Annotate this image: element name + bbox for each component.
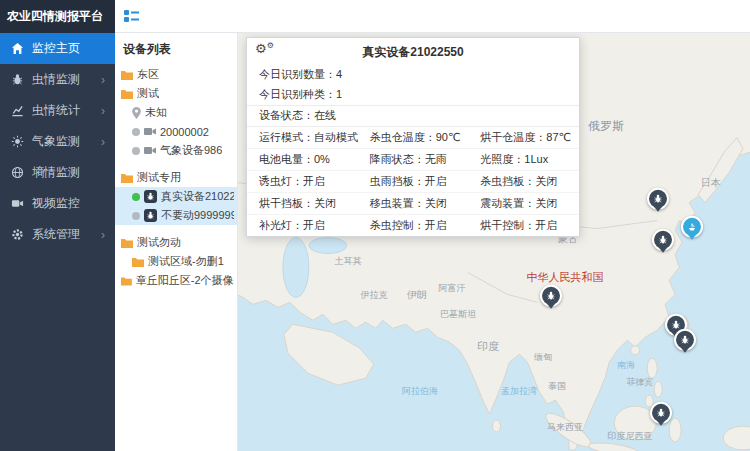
popup-detail-grid: 运行模式：自动模式 杀虫仓温度：90℃ 烘干仓温度：87℃ 电池电量：0% 降雨… bbox=[247, 127, 579, 236]
popup-detail-cell: 烘干挡板：关闭 bbox=[247, 193, 358, 215]
tree-item[interactable]: 测试勿动 bbox=[115, 233, 237, 252]
tree-item[interactable]: 气象设备986 bbox=[115, 141, 237, 160]
weather-icon bbox=[10, 135, 24, 149]
popup-summary-row: 今日识别数量：4 bbox=[247, 65, 579, 85]
device-marker[interactable] bbox=[652, 229, 674, 251]
popup-title-text: 真实设备21022550 bbox=[362, 45, 463, 59]
tree-item-selected-device[interactable]: 不要动99999999 bbox=[115, 206, 237, 225]
popup-detail-cell: 杀虫仓温度：90℃ bbox=[358, 127, 469, 149]
gear-icon[interactable]: ⚙⚙ bbox=[255, 42, 274, 55]
tree-item[interactable]: 20000002 bbox=[115, 122, 237, 141]
folder-icon bbox=[121, 276, 132, 286]
sidebar-item-home[interactable]: 监控主页 bbox=[0, 33, 115, 64]
popup-detail-cell: 杀虫挡板：关闭 bbox=[468, 171, 579, 193]
app-window: 农业四情测报平台 监控主页 虫情监测 › 虫情统计 › bbox=[0, 0, 750, 451]
sidebar-item-label: 监控主页 bbox=[32, 40, 80, 57]
popup-detail-cell: 光照度：1Lux bbox=[468, 149, 579, 171]
pin-icon bbox=[132, 107, 141, 119]
tree-item[interactable]: 测试专用 bbox=[115, 168, 237, 187]
tree-item-label: 气象设备986 bbox=[160, 143, 222, 158]
status-offline-icon bbox=[132, 128, 140, 136]
status-offline-icon bbox=[132, 212, 140, 220]
popup-detail-cell: 烘干控制：开启 bbox=[468, 215, 579, 236]
globe-icon bbox=[10, 166, 24, 180]
device-list-panel: 设备列表 东区 测试 未知 20000002 bbox=[115, 33, 238, 451]
bug-device-icon bbox=[144, 190, 157, 203]
app-title: 农业四情测报平台 bbox=[0, 0, 115, 33]
map[interactable]: ⚙⚙ 真实设备21022550 今日识别数量：4 今日识别种类：1 设备状态：在… bbox=[238, 33, 750, 451]
chevron-right-icon: › bbox=[101, 74, 105, 86]
folder-icon bbox=[121, 238, 133, 248]
tree-item-label: 未知 bbox=[145, 105, 167, 120]
tree-item-label: 测试区域-勿删1 bbox=[148, 254, 224, 269]
popup-summary-row: 设备状态：在线 bbox=[247, 106, 579, 127]
folder-icon bbox=[121, 70, 133, 80]
sidebar: 农业四情测报平台 监控主页 虫情监测 › 虫情统计 › bbox=[0, 0, 115, 451]
device-marker[interactable] bbox=[650, 402, 672, 424]
popup-detail-cell: 运行模式：自动模式 bbox=[247, 127, 358, 149]
sidebar-item-soil-monitor[interactable]: 墒情监测 bbox=[0, 157, 115, 188]
popup-detail-cell: 诱虫灯：开启 bbox=[247, 171, 358, 193]
device-icon bbox=[144, 146, 156, 155]
sidebar-item-weather-monitor[interactable]: 气象监测 › bbox=[0, 126, 115, 157]
sidebar-collapse-icon[interactable] bbox=[124, 9, 139, 23]
popup-detail-cell: 震动装置：关闭 bbox=[468, 193, 579, 215]
topbar bbox=[115, 0, 750, 33]
status-offline-icon bbox=[132, 147, 140, 155]
tree-item-label: 真实设备21022550 bbox=[161, 189, 234, 204]
tree-item-label: 测试 bbox=[137, 86, 159, 101]
sidebar-item-label: 虫情监测 bbox=[32, 71, 80, 88]
tree-item[interactable]: 章丘阳丘区-2个摄像头 bbox=[115, 271, 237, 290]
chevron-right-icon: › bbox=[101, 105, 105, 117]
sidebar-item-label: 气象监测 bbox=[32, 133, 80, 150]
tree-item[interactable]: 东区 bbox=[115, 65, 237, 84]
device-marker[interactable] bbox=[647, 188, 669, 210]
sidebar-item-insect-monitor[interactable]: 虫情监测 › bbox=[0, 64, 115, 95]
popup-detail-cell: 杀虫控制：开启 bbox=[358, 215, 469, 236]
popup-title: ⚙⚙ 真实设备21022550 bbox=[247, 38, 579, 65]
device-icon bbox=[144, 127, 156, 136]
popup-detail-cell: 降雨状态：无雨 bbox=[358, 149, 469, 171]
chart-icon bbox=[10, 104, 24, 118]
sidebar-item-insect-stats[interactable]: 虫情统计 › bbox=[0, 95, 115, 126]
tree-item-label: 章丘阳丘区-2个摄像头 bbox=[136, 273, 234, 288]
status-online-icon bbox=[132, 193, 140, 201]
gear-icon bbox=[10, 228, 24, 242]
tree-item-label: 不要动99999999 bbox=[161, 208, 234, 223]
tree-item-selected-device[interactable]: 真实设备21022550 bbox=[115, 187, 237, 206]
tree-item-label: 20000002 bbox=[160, 126, 209, 138]
folder-icon bbox=[132, 257, 144, 267]
tree-item-label: 测试勿动 bbox=[137, 235, 181, 250]
sidebar-menu: 监控主页 虫情监测 › 虫情统计 › 气象监测 bbox=[0, 33, 115, 250]
popup-summary-row: 今日识别种类：1 bbox=[247, 85, 579, 106]
folder-icon bbox=[121, 89, 133, 99]
sidebar-item-video-monitor[interactable]: 视频监控 bbox=[0, 188, 115, 219]
popup-detail-cell: 移虫装置：关闭 bbox=[358, 193, 469, 215]
tree-item[interactable]: 未知 bbox=[115, 103, 237, 122]
tree-item-label: 东区 bbox=[137, 67, 159, 82]
tree-item[interactable]: 测试 bbox=[115, 84, 237, 103]
boat-marker[interactable] bbox=[681, 216, 703, 238]
tree-item-label: 测试专用 bbox=[137, 170, 181, 185]
sidebar-item-label: 系统管理 bbox=[32, 226, 80, 243]
device-marker[interactable] bbox=[540, 285, 562, 307]
device-list-title: 设备列表 bbox=[115, 33, 237, 65]
device-marker[interactable] bbox=[674, 329, 696, 351]
device-info-popup: ⚙⚙ 真实设备21022550 今日识别数量：4 今日识别种类：1 设备状态：在… bbox=[246, 37, 580, 237]
popup-detail-cell: 电池电量：0% bbox=[247, 149, 358, 171]
chevron-right-icon: › bbox=[101, 136, 105, 148]
tree-item[interactable]: 测试区域-勿删1 bbox=[115, 252, 237, 271]
popup-detail-cell: 烘干仓温度：87℃ bbox=[468, 127, 579, 149]
sidebar-item-system-mgmt[interactable]: 系统管理 › bbox=[0, 219, 115, 250]
chevron-right-icon: › bbox=[101, 229, 105, 241]
sidebar-item-label: 视频监控 bbox=[32, 195, 80, 212]
camera-icon bbox=[10, 197, 24, 211]
home-icon bbox=[10, 42, 24, 56]
sidebar-item-label: 墒情监测 bbox=[32, 164, 80, 181]
popup-detail-cell: 补光灯：开启 bbox=[247, 215, 358, 236]
folder-icon bbox=[121, 173, 133, 183]
bug-icon bbox=[10, 73, 24, 87]
main-area: 设备列表 东区 测试 未知 20000002 bbox=[115, 0, 750, 451]
bug-device-icon bbox=[144, 209, 157, 222]
sidebar-item-label: 虫情统计 bbox=[32, 102, 80, 119]
